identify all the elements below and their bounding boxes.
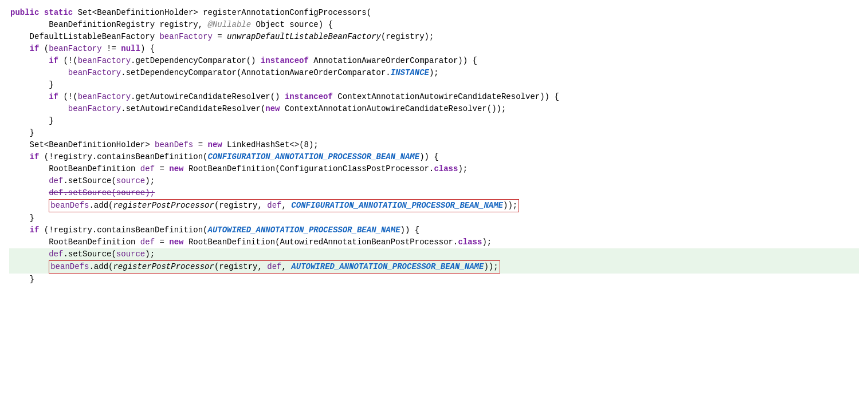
code-line-18: def.setSource(source);	[9, 175, 859, 187]
code-line-25: def.setSource(source);	[9, 248, 859, 260]
code-line-6: if (!(beanFactory.getDependencyComparato…	[9, 55, 859, 67]
code-line-26: beanDefs.add(registerPostProcessor(regis…	[9, 260, 859, 274]
code-line-10: beanFactory.setAutowireCandidateResolver…	[9, 103, 859, 115]
code-line-16: if (!registry.containsBeanDefinition(CON…	[9, 151, 859, 163]
code-line-11: }	[9, 115, 859, 127]
code-line-27: }	[9, 274, 859, 286]
code-line-8: }	[9, 79, 859, 91]
code-line-1: public static Set<BeanDefinitionHolder> …	[9, 7, 859, 19]
code-line-24: RootBeanDefinition def = new RootBeanDef…	[9, 236, 859, 248]
code-line-23: if (!registry.containsBeanDefinition(AUT…	[9, 224, 859, 236]
code-line-20: beanDefs.add(registerPostProcessor(regis…	[9, 199, 859, 212]
code-line-9: if (!(beanFactory.getAutowireCandidateRe…	[9, 91, 859, 103]
code-line-19: def.setSource(source);	[9, 187, 859, 199]
code-line-7: beanFactory.setDependencyComparator(Anno…	[9, 67, 859, 79]
code-editor: public static Set<BeanDefinitionHolder> …	[0, 0, 868, 404]
code-line-12: }	[9, 127, 859, 139]
code-line-17: RootBeanDefinition def = new RootBeanDef…	[9, 163, 859, 175]
code-line-4: DefaultListableBeanFactory beanFactory =…	[9, 31, 859, 43]
code-line-14: Set<BeanDefinitionHolder> beanDefs = new…	[9, 139, 859, 151]
code-line-2: BeanDefinitionRegistry registry, @Nullab…	[9, 19, 859, 31]
code-line-21: }	[9, 212, 859, 224]
code-line-5: if (beanFactory != null) {	[9, 43, 859, 55]
